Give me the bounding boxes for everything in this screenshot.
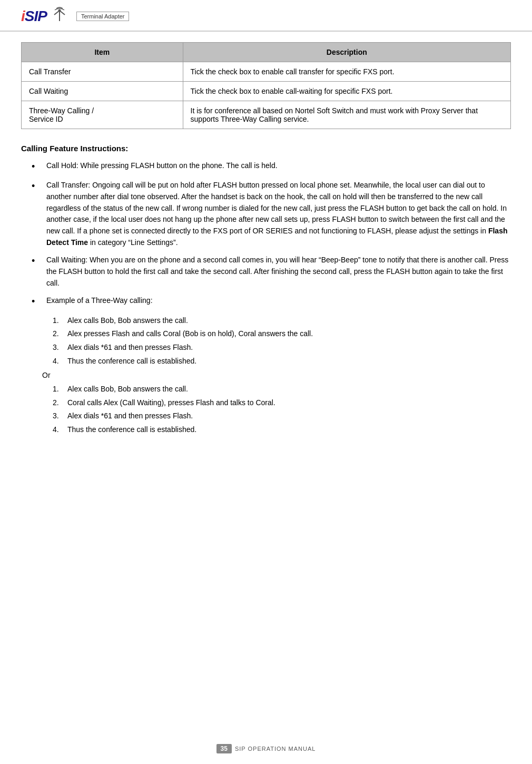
logo-terminal-adapter: Terminal Adapter [76, 12, 130, 21]
table-row: Call TransferTick the check box to enabl… [22, 62, 511, 82]
list-number: 2. [53, 397, 63, 409]
table-cell-description: Tick the check box to enable call-waitin… [183, 82, 510, 101]
list-number: 3. [53, 342, 63, 354]
list-item-text: Alex dials *61 and then presses Flash. [67, 342, 193, 354]
page-number: 35 [216, 744, 232, 753]
bullet-dot-icon: • [32, 295, 42, 308]
bullet-dot-icon: • [32, 254, 42, 268]
numbered-item: 1.Alex calls Bob, Bob answers the call. [53, 315, 511, 327]
numbered-item: 4.Thus the conference call is establishe… [53, 356, 511, 367]
numbered-item: 4.Thus the conference call is establishe… [53, 424, 511, 436]
list-number: 3. [53, 410, 63, 422]
list-number: 1. [53, 315, 63, 327]
list-number: 2. [53, 328, 63, 340]
numbered-list-1: 1.Alex calls Bob, Bob answers the call.2… [53, 315, 511, 367]
bullet-list: •Call Hold: While pressing FLASH button … [21, 160, 511, 309]
list-number: 4. [53, 424, 63, 436]
antenna-svg [51, 6, 68, 23]
or-text: Or [42, 370, 511, 381]
main-content: Item Description Call TransferTick the c… [0, 32, 532, 471]
logo-area: iSIP Terminal Adapter [21, 6, 129, 26]
manual-title: SIP OPERATION MANUAL [235, 746, 316, 752]
bullet-dot-icon: • [32, 180, 42, 193]
bullet-item: •Call Waiting: When you are on the phone… [21, 254, 511, 289]
table-cell-item: Three-Way Calling / Service ID [22, 101, 183, 129]
numbered-list-2: 1.Alex calls Bob, Bob answers the call.2… [53, 384, 511, 436]
svg-point-3 [58, 9, 61, 12]
page-footer: 35 SIP OPERATION MANUAL [0, 744, 532, 753]
table-row: Call WaitingTick the check box to enable… [22, 82, 511, 101]
list-item-text: Thus the conference call is established. [67, 424, 196, 436]
table-cell-description: It is for conference all based on Nortel… [183, 101, 510, 129]
page-header: iSIP Terminal Adapter [0, 0, 532, 32]
logo-isip: iSIP [21, 8, 47, 25]
list-item-text: Coral calls Alex (Call Waiting), presses… [67, 397, 275, 409]
logo-antenna-icon [51, 6, 68, 26]
list-item-text: Alex calls Bob, Bob answers the call. [67, 315, 188, 327]
bullet-text: Call Hold: While pressing FLASH button o… [46, 160, 511, 172]
numbered-item: 2.Alex presses Flash and calls Coral (Bo… [53, 328, 511, 340]
bullet-item: •Call Hold: While pressing FLASH button … [21, 160, 511, 173]
list-item-text: Alex dials *61 and then presses Flash. [67, 410, 193, 422]
bullet-item: •Call Transfer: Ongoing call will be put… [21, 180, 511, 248]
col-header-description: Description [183, 43, 510, 62]
list-item-text: Alex presses Flash and calls Coral (Bob … [67, 328, 313, 340]
bullet-dot-icon: • [32, 160, 42, 173]
list-number: 1. [53, 384, 63, 395]
list-number: 4. [53, 356, 63, 367]
numbered-item: 1.Alex calls Bob, Bob answers the call. [53, 384, 511, 395]
table-header: Item Description [22, 43, 511, 62]
numbered-item: 2.Coral calls Alex (Call Waiting), press… [53, 397, 511, 409]
table-cell-item: Call Waiting [22, 82, 183, 101]
bullet-text: Call Waiting: When you are on the phone … [46, 254, 511, 289]
list-item-text: Alex calls Bob, Bob answers the call. [67, 384, 188, 395]
table-cell-description: Tick the check box to enable call transf… [183, 62, 510, 82]
feature-table: Item Description Call TransferTick the c… [21, 42, 511, 129]
numbered-item: 3.Alex dials *61 and then presses Flash. [53, 342, 511, 354]
bullet-item: •Example of a Three-Way calling: [21, 295, 511, 308]
list-item-text: Thus the conference call is established. [67, 356, 196, 367]
bullet-text: Call Transfer: Ongoing call will be put … [46, 180, 511, 248]
table-body: Call TransferTick the check box to enabl… [22, 62, 511, 129]
bullet-text: Example of a Three-Way calling: [46, 295, 511, 307]
table-row: Three-Way Calling / Service IDIt is for … [22, 101, 511, 129]
numbered-item: 3.Alex dials *61 and then presses Flash. [53, 410, 511, 422]
table-cell-item: Call Transfer [22, 62, 183, 82]
section-title: Calling Feature Instructions: [21, 144, 511, 153]
col-header-item: Item [22, 43, 183, 62]
